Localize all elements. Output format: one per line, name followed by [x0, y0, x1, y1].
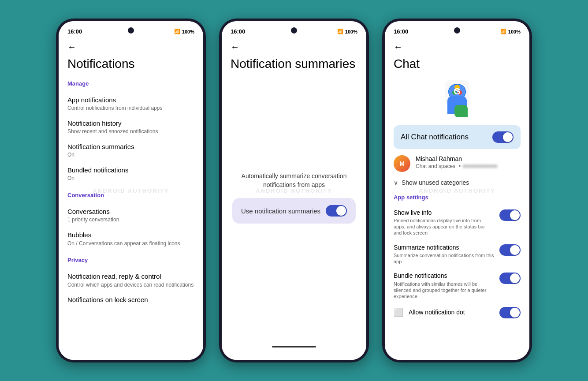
item-title-history: Notification history [67, 119, 194, 128]
show-unused-label: Show unused categories [402, 179, 469, 186]
menu-item-bundled[interactable]: Bundled notifications On [67, 162, 194, 186]
toggle-label: Use notification summaries [241, 207, 320, 215]
item-title-conversations: Conversations [67, 207, 194, 216]
toggle-bundle[interactable] [499, 273, 521, 284]
menu-item-app-notifications[interactable]: App notifications Control notifications … [67, 92, 194, 116]
notification-summaries-toggle-row[interactable]: Use notification summaries [232, 198, 356, 224]
summary-description: Automatically summarize conversation not… [231, 172, 357, 189]
user-avatar: M [394, 155, 410, 172]
user-row: M Mishaal Rahman Chat and spaces • [394, 155, 521, 172]
summaries-screen: ← Notification summaries Automatically s… [222, 37, 366, 360]
toggle-notif-dot[interactable] [499, 307, 521, 318]
chat-screen: ← Chat [385, 37, 529, 360]
phones-container: 16:00 📶 100% ← Notifications Manage App … [47, 10, 541, 371]
menu-item-notif-history[interactable]: Notification history Show recent and sno… [67, 116, 194, 139]
user-info: Mishaal Rahman Chat and spaces • [416, 155, 498, 169]
back-button-2[interactable]: ← [231, 42, 357, 52]
all-chat-notifications-row[interactable]: All Chat notifications [394, 125, 521, 149]
time-3: 16:00 [394, 28, 408, 35]
setting-title-summarize: Summarize notifications [394, 243, 494, 251]
item-title-bubbles: Bubbles [67, 231, 194, 239]
item-title-lock-screen: Notifications on lock screen [67, 295, 194, 304]
setting-info-summarize: Summarize notifications Summarize conver… [394, 243, 499, 265]
setting-title-dot: Allow notification dot [409, 308, 489, 316]
setting-info-live: Show live info Pinned notifications disp… [394, 209, 499, 236]
item-sub-read-reply: Control which apps and devices can read … [67, 282, 194, 289]
phone-2: 16:00 📶 100% ← Notification summaries Au… [219, 19, 369, 362]
screen-title-3: Chat [394, 56, 521, 71]
all-notif-label: All Chat notifications [401, 133, 469, 142]
setting-desc-summarize: Summarize conversation notifications fro… [394, 252, 494, 265]
status-icons-3: 📶 100% [500, 29, 521, 34]
wifi-icon-1: 📶 [174, 29, 180, 34]
setting-row-live-info[interactable]: Show live info Pinned notifications disp… [394, 205, 521, 240]
item-sub-bubbles: On / Conversations can appear as floatin… [67, 240, 194, 247]
watermark-3: ANDROID AUTHORITY [419, 187, 495, 194]
conversation-header: Conversation [67, 192, 194, 198]
allow-notif-row[interactable]: ⬜ Allow notification dot [394, 303, 521, 322]
setting-info-dot: Allow notification dot [409, 308, 494, 316]
time-2: 16:00 [231, 28, 245, 35]
item-sub-history: Show recent and snoozed notifications [67, 128, 194, 135]
menu-item-lock-screen[interactable]: Notifications on lock screen [67, 292, 194, 308]
all-notif-toggle[interactable] [492, 131, 514, 143]
show-unused-row[interactable]: ∨ Show unused categories [394, 177, 521, 188]
blurred-text [462, 164, 498, 168]
summaries-content: Automatically summarize conversation not… [231, 80, 357, 342]
user-sub-separator: • [459, 163, 461, 169]
privacy-header: Privacy [67, 257, 194, 263]
battery-2: 100% [345, 29, 357, 34]
item-title-summaries: Notification summaries [67, 142, 194, 151]
battery-1: 100% [182, 29, 194, 34]
home-indicator-2 [272, 346, 316, 347]
screen-content-1: ← Notifications Manage App notifications… [59, 37, 203, 360]
phone-3: 16:00 📶 100% ← Chat [382, 19, 532, 362]
phone-1: 16:00 📶 100% ← Notifications Manage App … [56, 19, 206, 362]
toggle-summarize[interactable] [499, 244, 521, 256]
setting-desc-live: Pinned notifications display live info f… [394, 217, 494, 236]
setting-title-bundle: Bundle notifications [394, 272, 494, 280]
chat-icon-wrapper [445, 94, 469, 119]
user-name: Mishaal Rahman [416, 155, 498, 162]
lock-screen-strikethrough: lock screen [115, 296, 148, 303]
camera-dot-2 [291, 27, 297, 34]
camera-dot-3 [454, 27, 460, 34]
notification-dot-icon: ⬜ [394, 308, 403, 318]
user-sub: Chat and spaces • [416, 163, 498, 169]
setting-row-summarize[interactable]: Summarize notifications Summarize conver… [394, 240, 521, 269]
setting-row-bundle[interactable]: Bundle notifications Notifications with … [394, 268, 521, 303]
item-title-app-notif: App notifications [67, 96, 194, 105]
toggle-live-info[interactable] [499, 209, 521, 221]
back-button-1[interactable]: ← [67, 42, 194, 52]
status-icons-2: 📶 100% [337, 29, 357, 34]
screen-content-2: ← Notification summaries Automatically s… [222, 37, 366, 360]
menu-item-summaries[interactable]: Notification summaries On [67, 139, 194, 162]
chat-bubble-green [454, 105, 468, 117]
setting-title-live: Show live info [394, 209, 494, 217]
screen-title-1: Notifications [67, 56, 194, 71]
camera-dot [128, 27, 134, 34]
menu-item-bubbles[interactable]: Bubbles On / Conversations can appear as… [67, 227, 194, 250]
manage-header: Manage [67, 80, 194, 87]
item-title-bundled: Bundled notifications [67, 166, 194, 175]
summaries-toggle[interactable] [326, 205, 347, 217]
wifi-icon-2: 📶 [337, 29, 343, 34]
item-sub-app-notif: Control notifications from individual ap… [67, 105, 194, 112]
battery-3: 100% [508, 29, 521, 34]
time-1: 16:00 [67, 28, 82, 35]
item-title-read-reply: Notification read, reply & control [67, 272, 194, 281]
screen-title-2: Notification summaries [231, 56, 357, 71]
back-button-3[interactable]: ← [394, 42, 521, 52]
setting-desc-bundle: Notifications with similar themes will b… [394, 281, 494, 300]
wifi-icon-3: 📶 [500, 29, 506, 34]
item-sub-conversations: 1 priority conversation [67, 217, 194, 224]
screen-content-3: ← Chat [385, 37, 529, 360]
app-settings-header: App settings [394, 194, 521, 201]
menu-item-conversations[interactable]: Conversations 1 priority conversation [67, 204, 194, 227]
status-icons-1: 📶 100% [174, 29, 194, 34]
item-sub-bundled: On [67, 175, 194, 182]
item-sub-summaries: On [67, 152, 194, 159]
menu-item-read-reply[interactable]: Notification read, reply & control Contr… [67, 269, 194, 292]
setting-info-bundle: Bundle notifications Notifications with … [394, 272, 499, 299]
chevron-down-icon: ∨ [394, 179, 398, 186]
